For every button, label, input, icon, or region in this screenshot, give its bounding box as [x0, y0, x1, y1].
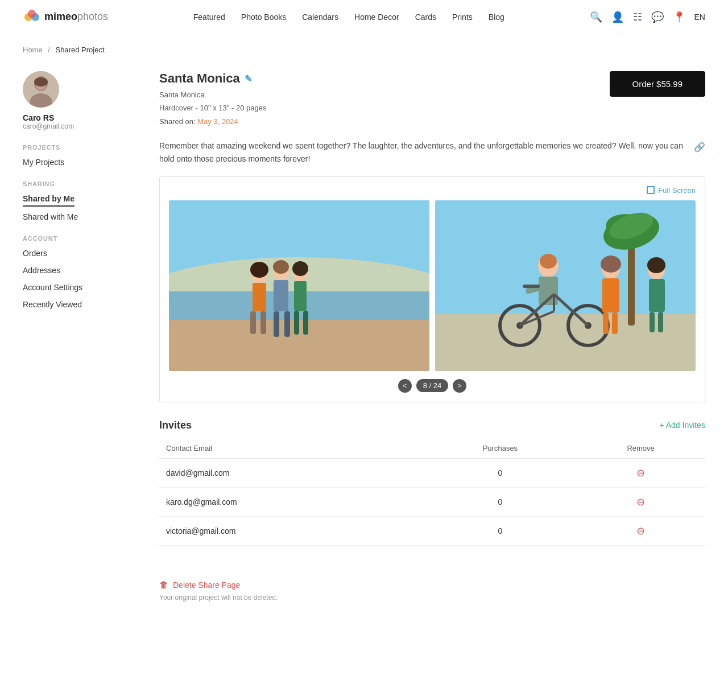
- delete-note: Your original project will not be delete…: [159, 594, 705, 602]
- project-header: Santa Monica ✎ Santa Monica Hardcover - …: [159, 71, 705, 128]
- avatar: [23, 71, 59, 108]
- delete-section: 🗑 Delete Share Page Your original projec…: [159, 580, 705, 602]
- slideshow-container: Full Screen: [159, 176, 705, 402]
- location-icon[interactable]: 📍: [673, 11, 685, 23]
- sidebar: Caro RS caro@gmail.com PROJECTS My Proje…: [23, 60, 136, 636]
- svg-rect-55: [658, 312, 663, 332]
- svg-point-7: [34, 77, 48, 87]
- slide-2: [435, 200, 696, 371]
- invites-title: Invites: [159, 419, 192, 431]
- nav-photo-books[interactable]: Photo Books: [241, 13, 286, 22]
- svg-point-53: [647, 257, 665, 273]
- sidebar-item-shared-with-me[interactable]: Shared with Me: [23, 210, 136, 224]
- sidebar-item-orders[interactable]: Orders: [23, 246, 136, 260]
- logo[interactable]: mimeophotos: [23, 8, 108, 26]
- brand-name: mimeophotos: [44, 11, 108, 23]
- slideshow-pagination: < 8 / 24 >: [169, 379, 696, 393]
- account-section-title: ACCOUNT: [23, 235, 136, 242]
- svg-point-14: [250, 262, 268, 278]
- breadcrumb: Home / Shared Project: [0, 34, 728, 60]
- col-remove-header: Remove: [576, 438, 705, 459]
- invite-email-2: karo.dg@gmail.com: [159, 487, 424, 516]
- svg-rect-28: [435, 314, 696, 371]
- svg-rect-15: [250, 311, 256, 334]
- nav-home-decor[interactable]: Home Decor: [354, 13, 399, 22]
- nav-cards[interactable]: Cards: [415, 13, 436, 22]
- invite-purchases-3: 0: [424, 516, 577, 545]
- user-email: caro@gmail.com: [23, 122, 74, 130]
- chat-icon[interactable]: 💬: [651, 11, 664, 23]
- nav-calendars[interactable]: Calendars: [302, 13, 338, 22]
- slideshow-toolbar: Full Screen: [169, 186, 696, 195]
- col-email-header: Contact Email: [159, 438, 424, 459]
- remove-invite-2-icon[interactable]: ⊖: [636, 496, 645, 508]
- sidebar-account: ACCOUNT Orders Addresses Account Setting…: [23, 235, 136, 311]
- invite-email-3: victoria@gmail.com: [159, 516, 424, 545]
- trash-icon: 🗑: [159, 580, 168, 590]
- nav-blog[interactable]: Blog: [489, 13, 504, 22]
- slides-area: [169, 200, 696, 371]
- next-slide-button[interactable]: >: [453, 379, 466, 393]
- remove-invite-3-icon[interactable]: ⊖: [636, 525, 645, 537]
- page-indicator: 8 / 24: [416, 379, 449, 392]
- lang-selector[interactable]: EN: [694, 13, 705, 22]
- user-name: Caro RS: [23, 113, 54, 122]
- invite-purchases-1: 0: [424, 458, 577, 487]
- main-layout: Caro RS caro@gmail.com PROJECTS My Proje…: [0, 60, 728, 636]
- sidebar-item-my-projects[interactable]: My Projects: [23, 155, 136, 169]
- svg-rect-18: [274, 280, 288, 311]
- order-button[interactable]: Order $55.99: [610, 71, 705, 97]
- sidebar-item-shared-by-me[interactable]: Shared by Me: [23, 192, 75, 207]
- svg-point-24: [292, 261, 308, 276]
- main-content: Santa Monica ✎ Santa Monica Hardcover - …: [159, 60, 705, 636]
- nav-icons: 🔍 👤 ☷ 💬 📍 EN: [590, 11, 705, 23]
- svg-rect-13: [253, 283, 266, 311]
- svg-rect-16: [260, 311, 266, 334]
- external-link-icon[interactable]: 🔗: [694, 140, 705, 155]
- fullscreen-button[interactable]: Full Screen: [647, 186, 696, 195]
- invite-purchases-2: 0: [424, 487, 577, 516]
- svg-rect-47: [602, 278, 619, 312]
- invite-remove-2: ⊖: [576, 487, 705, 516]
- svg-rect-54: [650, 312, 655, 332]
- edit-title-icon[interactable]: ✎: [245, 73, 252, 84]
- svg-rect-25: [294, 311, 299, 335]
- projects-section-title: PROJECTS: [23, 144, 136, 151]
- user-profile: Caro RS caro@gmail.com: [23, 71, 136, 130]
- invite-remove-3: ⊖: [576, 516, 705, 545]
- slide-1: [169, 200, 429, 371]
- sidebar-sharing: SHARING Shared by Me Shared with Me: [23, 180, 136, 224]
- sidebar-item-account-settings[interactable]: Account Settings: [23, 281, 136, 294]
- project-meta: Santa Monica Hardcover - 10" x 13" - 20 …: [159, 88, 266, 128]
- search-icon[interactable]: 🔍: [590, 11, 602, 23]
- svg-rect-49: [603, 312, 609, 334]
- table-row: karo.dg@gmail.com 0 ⊖: [159, 487, 705, 516]
- grid-icon[interactable]: ☷: [633, 11, 642, 23]
- user-icon[interactable]: 👤: [611, 11, 624, 23]
- prev-slide-button[interactable]: <: [398, 379, 412, 393]
- delete-share-page-button[interactable]: 🗑 Delete Share Page: [159, 580, 705, 590]
- svg-point-35: [540, 254, 557, 269]
- project-info: Santa Monica ✎ Santa Monica Hardcover - …: [159, 71, 266, 128]
- svg-rect-45: [523, 285, 540, 288]
- svg-rect-52: [649, 279, 665, 312]
- navbar: mimeophotos Featured Photo Books Calenda…: [0, 0, 728, 34]
- col-purchases-header: Purchases: [424, 438, 577, 459]
- nav-featured[interactable]: Featured: [193, 13, 225, 22]
- sharing-section-title: SHARING: [23, 180, 136, 187]
- breadcrumb-current: Shared Project: [56, 46, 105, 54]
- svg-rect-26: [303, 311, 308, 335]
- invite-email-1: david@gmail.com: [159, 458, 424, 487]
- remove-invite-1-icon[interactable]: ⊖: [636, 467, 645, 479]
- svg-rect-50: [612, 312, 618, 334]
- invites-table: Contact Email Purchases Remove david@gma…: [159, 438, 705, 546]
- invite-remove-1: ⊖: [576, 458, 705, 487]
- add-invites-button[interactable]: + Add Invites: [659, 421, 705, 430]
- breadcrumb-home[interactable]: Home: [23, 46, 43, 54]
- nav-prints[interactable]: Prints: [452, 13, 473, 22]
- svg-rect-20: [274, 311, 279, 337]
- sidebar-item-recently-viewed[interactable]: Recently Viewed: [23, 298, 136, 311]
- invites-header: Invites + Add Invites: [159, 419, 705, 431]
- sidebar-item-addresses[interactable]: Addresses: [23, 263, 136, 277]
- svg-rect-21: [284, 311, 290, 337]
